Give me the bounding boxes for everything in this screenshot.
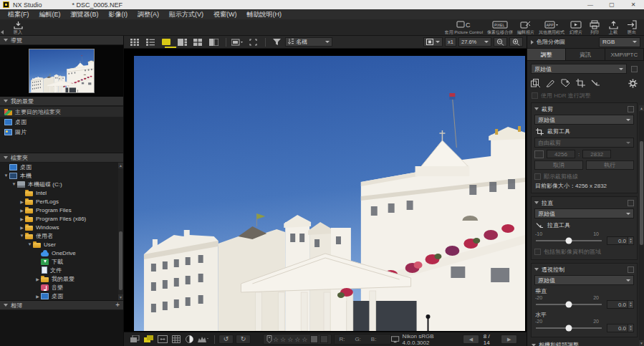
- zoom-level-dropdown[interactable]: 27.6%: [458, 37, 491, 47]
- slideshow-button[interactable]: 幻燈片: [567, 19, 585, 35]
- rotate-cw-button[interactable]: ↻: [236, 335, 251, 344]
- tree-row[interactable]: ▶PerfLogs: [0, 197, 123, 206]
- zoom-out-button[interactable]: [494, 37, 507, 47]
- tree-row[interactable]: ▶Program Files: [0, 206, 123, 214]
- menu-view[interactable]: 顯示方式(V): [164, 9, 208, 19]
- favorite-destination-row[interactable]: 主要目的地檔案夾: [0, 107, 123, 117]
- add-label-icon[interactable]: [561, 79, 570, 87]
- straighten-enable-checkbox[interactable]: [628, 200, 634, 206]
- crop-ratio-height-input[interactable]: [582, 150, 611, 158]
- crop-preset-dropdown[interactable]: 原始值: [534, 115, 634, 125]
- scroll-up-icon[interactable]: ▲: [639, 105, 644, 111]
- filmstrip-toggle-button[interactable]: [143, 335, 155, 345]
- vertical-value[interactable]: 0.0: [607, 300, 628, 309]
- scrollbar-thumb[interactable]: [119, 231, 122, 290]
- upload-button[interactable]: 上載: [604, 19, 623, 35]
- print-button[interactable]: 列印: [585, 19, 604, 35]
- before-after-button[interactable]: [183, 335, 196, 345]
- tab-xmp-iptc[interactable]: XMP/IPTC: [605, 49, 644, 60]
- star-4[interactable]: ☆: [294, 336, 300, 343]
- thumbnail-grid-view-button[interactable]: [128, 37, 142, 47]
- histogram-header[interactable]: 色階分佈圖 RGB: [527, 36, 644, 49]
- crop-cancel-button[interactable]: 取消: [534, 160, 583, 170]
- crop-icon[interactable]: [576, 79, 585, 87]
- gear-icon[interactable]: [628, 79, 638, 88]
- list-view-button[interactable]: [143, 37, 158, 47]
- menu-window[interactable]: 視窗(W): [208, 9, 242, 19]
- camera-lens-group-header[interactable]: 相機和鏡頭調整: [532, 340, 638, 346]
- import-button[interactable]: 匯入: [9, 19, 27, 35]
- next-image-button[interactable]: ▶: [501, 335, 517, 344]
- vertical-slider[interactable]: [536, 304, 602, 305]
- tree-scrollbar[interactable]: ▲ ▼: [118, 163, 123, 300]
- label-toggle[interactable]: [320, 335, 328, 343]
- pixel-shift-merge-button[interactable]: PIXEL 像素位移合併: [485, 19, 515, 35]
- tree-row[interactable]: OneDrive: [0, 249, 123, 257]
- horizontal-spinner[interactable]: ▲▼: [628, 324, 634, 332]
- retouch-button[interactable]: 編輯相片: [515, 19, 537, 35]
- perspective-preset-dropdown[interactable]: 原始值: [534, 275, 634, 285]
- menu-adjust[interactable]: 調整(A): [133, 9, 164, 19]
- perspective-section-header[interactable]: 透視控制: [534, 265, 634, 274]
- straighten-value[interactable]: 0.0: [607, 236, 628, 245]
- navigation-thumbnail[interactable]: [29, 49, 95, 93]
- four-image-view-button[interactable]: [191, 37, 205, 47]
- folders-section-header[interactable]: 檔案夾: [0, 153, 123, 163]
- fit-to-screen-button[interactable]: [423, 37, 443, 47]
- straighten-preset-dropdown[interactable]: 原始值: [534, 208, 634, 218]
- straighten-section-header[interactable]: 拉直: [534, 198, 634, 207]
- tree-row[interactable]: ▼本機磁碟 (C:): [0, 180, 123, 188]
- favorite-pictures-row[interactable]: 圖片: [0, 127, 123, 137]
- copy-adjustments-icon[interactable]: [531, 79, 540, 87]
- star-3[interactable]: ☆: [287, 336, 293, 343]
- image-with-filmstrip-view-button[interactable]: [175, 37, 189, 47]
- tree-row[interactable]: ▼本機: [0, 171, 123, 180]
- add-album-button[interactable]: +: [115, 302, 120, 309]
- tree-row[interactable]: Intel: [0, 188, 123, 197]
- menu-help[interactable]: 輔助說明(H): [242, 9, 287, 19]
- star-1[interactable]: ☆: [273, 336, 279, 343]
- maximize-button[interactable]: ▢: [601, 0, 623, 9]
- rotate-ccw-button[interactable]: ↺: [218, 335, 234, 344]
- scroll-down-icon[interactable]: ▼: [639, 340, 644, 346]
- straighten-slider[interactable]: [536, 240, 602, 241]
- scroll-up-icon[interactable]: ▲: [118, 163, 123, 168]
- adjustment-preset-dropdown[interactable]: 原始值: [531, 64, 627, 74]
- show-photos-button[interactable]: [129, 335, 141, 345]
- close-button[interactable]: ✕: [623, 0, 644, 9]
- export-button[interactable]: 匯出: [623, 19, 641, 35]
- fit-short-side-button[interactable]: [156, 335, 168, 345]
- albums-section-header[interactable]: 相簿 +: [0, 301, 123, 310]
- preset-checkbox[interactable]: [631, 66, 638, 72]
- single-image-view-button[interactable]: [159, 37, 173, 47]
- tree-row[interactable]: 桌面: [0, 163, 123, 171]
- histogram-overlay-button[interactable]: [197, 335, 209, 345]
- include-areas-checkbox[interactable]: [534, 249, 541, 255]
- tab-adjustments[interactable]: 調整: [527, 49, 566, 60]
- tree-row[interactable]: ▼使用者: [0, 231, 123, 240]
- straighten-spinner[interactable]: ▲▼: [628, 236, 634, 245]
- horizontal-value[interactable]: 0.0: [607, 324, 628, 332]
- sort-dropdown[interactable]: 名稱: [285, 37, 332, 47]
- histogram-channel-dropdown[interactable]: RGB: [599, 37, 640, 47]
- fullscreen-button[interactable]: [246, 37, 260, 47]
- collapse-toolbar-icon[interactable]: [1, 30, 4, 34]
- straighten-icon[interactable]: [591, 79, 600, 87]
- horizontal-slider[interactable]: [536, 327, 602, 329]
- menu-file[interactable]: 檔案(F): [3, 9, 34, 19]
- minimize-button[interactable]: —: [580, 0, 601, 9]
- nav-section-header[interactable]: 導覽: [0, 36, 123, 45]
- hdr-checkbox[interactable]: [532, 92, 538, 99]
- vertical-spinner[interactable]: ▲▼: [628, 300, 634, 309]
- crop-tool-button[interactable]: 裁剪工具: [536, 127, 634, 136]
- zoom-in-button[interactable]: [509, 37, 523, 47]
- grid-overlay-button[interactable]: [170, 335, 182, 345]
- other-apps-button[interactable]: APP 其他應用程式: [537, 19, 567, 35]
- tab-info[interactable]: 資訊: [566, 49, 605, 60]
- tree-row[interactable]: ▶我的最愛: [0, 274, 123, 283]
- zoom-100-button[interactable]: x1: [445, 37, 456, 47]
- crop-apply-button[interactable]: 執行: [586, 160, 635, 170]
- filter-button[interactable]: [269, 37, 284, 47]
- slider-thumb[interactable]: [566, 238, 572, 244]
- protect-toggle[interactable]: [310, 335, 318, 343]
